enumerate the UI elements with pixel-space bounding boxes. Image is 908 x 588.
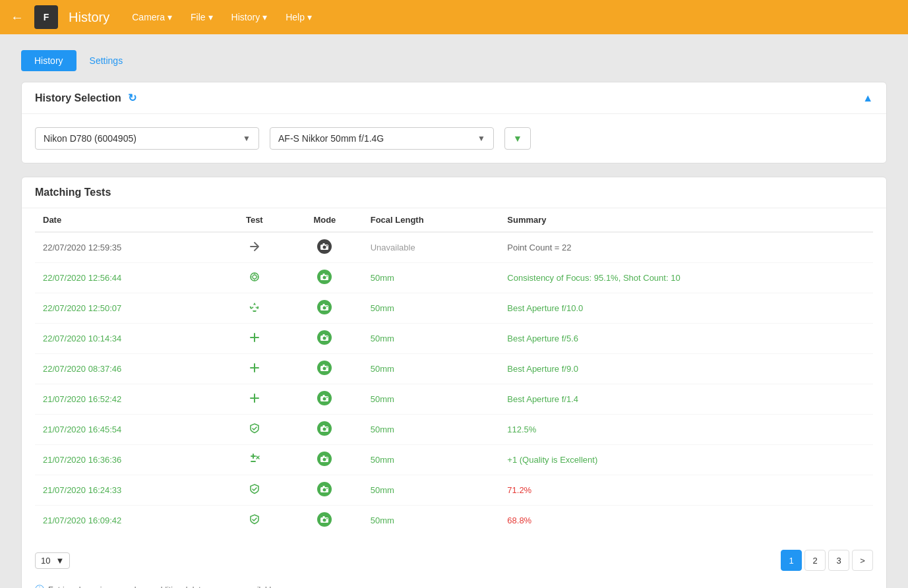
lens-dropdown[interactable]: AF-S Nikkor 50mm f/1.4G ▼ <box>270 127 494 150</box>
svg-rect-42 <box>323 425 325 427</box>
table-head: Date Test Mode Focal Length Summary <box>35 208 873 232</box>
extra-dropdown[interactable]: ▼ <box>504 127 531 150</box>
refresh-icon[interactable]: ↻ <box>128 92 136 104</box>
cell-mode <box>287 475 363 506</box>
svg-rect-43 <box>326 427 328 428</box>
cell-test <box>222 415 287 445</box>
svg-point-15 <box>323 307 326 310</box>
table-row[interactable]: 22/07/2020 12:59:35 Unavailable Point Co… <box>35 232 873 263</box>
cell-mode <box>287 384 363 415</box>
cell-test <box>222 354 287 384</box>
per-page-select[interactable]: 10 ▼ <box>35 552 70 569</box>
svg-point-36 <box>323 397 326 401</box>
table-row[interactable]: 22/07/2020 10:14:34 50mm Best Aperture f… <box>35 324 873 354</box>
page-next-button[interactable]: > <box>852 550 873 571</box>
table-row[interactable]: 21/07/2020 16:36:36 50mm +1 (Quality is … <box>35 445 873 475</box>
table-row[interactable]: 22/07/2020 08:37:46 50mm Best Aperture f… <box>35 354 873 384</box>
nav-file[interactable]: File ▾ <box>184 8 220 26</box>
cell-mode <box>287 263 363 293</box>
table-row[interactable]: 21/07/2020 16:52:42 50mm Best Aperture f… <box>35 384 873 415</box>
svg-rect-52 <box>323 456 325 457</box>
cell-date: 22/07/2020 12:56:44 <box>35 263 222 293</box>
cell-mode <box>287 506 363 536</box>
nav-help[interactable]: Help ▾ <box>279 8 318 26</box>
cell-mode <box>287 293 363 324</box>
cell-date: 22/07/2020 08:37:46 <box>35 354 222 384</box>
svg-rect-16 <box>323 304 325 306</box>
cell-summary: Point Count = 22 <box>499 232 873 263</box>
cell-date: 21/07/2020 16:24:33 <box>35 475 222 506</box>
cell-test <box>222 263 287 293</box>
svg-point-41 <box>323 428 326 431</box>
svg-rect-4 <box>323 243 325 245</box>
cell-focal: 50mm <box>363 475 500 506</box>
svg-rect-37 <box>323 395 325 397</box>
table-row[interactable]: 22/07/2020 12:56:44 50mm Consistency of … <box>35 263 873 293</box>
svg-point-51 <box>323 458 326 461</box>
footer-note: ⓘ Entries shown in green have additional… <box>22 579 886 588</box>
svg-rect-62 <box>323 516 325 518</box>
page-2-button[interactable]: 2 <box>804 550 826 571</box>
cell-date: 22/07/2020 10:14:34 <box>35 324 222 354</box>
page-1-button[interactable]: 1 <box>781 550 802 571</box>
nav-camera[interactable]: Camera ▾ <box>125 8 179 26</box>
camera-dropdown-arrow: ▼ <box>243 134 251 143</box>
svg-rect-5 <box>326 245 328 247</box>
matching-tests-header: Matching Tests <box>22 177 886 208</box>
dropdown-row: Nikon D780 (6004905) ▼ AF-S Nikkor 50mm … <box>35 127 873 150</box>
table-row[interactable]: 22/07/2020 12:50:07 50mm Best Aperture f… <box>35 293 873 324</box>
cell-test <box>222 293 287 324</box>
cell-mode <box>287 354 363 384</box>
cell-focal: 50mm <box>363 263 500 293</box>
matching-tests-card: Matching Tests Date Test Mode Focal Leng… <box>21 177 887 588</box>
cell-mode <box>287 232 363 263</box>
main-content: History Settings History Selection ↻ ▲ N… <box>0 34 908 588</box>
svg-rect-30 <box>323 365 325 367</box>
col-mode: Mode <box>287 208 363 232</box>
cell-focal: 50mm <box>363 384 500 415</box>
svg-point-7 <box>253 275 257 279</box>
tab-settings[interactable]: Settings <box>76 50 136 71</box>
cell-summary: Best Aperture f/10.0 <box>499 293 873 324</box>
cell-date: 21/07/2020 16:52:42 <box>35 384 222 415</box>
svg-point-3 <box>323 246 326 249</box>
history-selection-card: History Selection ↻ ▲ Nikon D780 (600490… <box>21 82 887 163</box>
cell-summary: Best Aperture f/5.6 <box>499 324 873 354</box>
cell-summary: Best Aperture f/9.0 <box>499 354 873 384</box>
pagination: 1 2 3 > <box>781 550 873 571</box>
cell-focal: 50mm <box>363 324 500 354</box>
svg-point-61 <box>323 519 326 522</box>
camera-dropdown[interactable]: Nikon D780 (6004905) ▼ <box>35 127 259 150</box>
svg-rect-63 <box>326 518 328 519</box>
table-row[interactable]: 21/07/2020 16:45:54 50mm 112.5% <box>35 415 873 445</box>
page-3-button[interactable]: 3 <box>828 550 849 571</box>
cell-focal: Unavailable <box>363 232 500 263</box>
table-footer: 10 ▼ 1 2 3 > <box>22 542 886 579</box>
svg-rect-23 <box>323 334 325 336</box>
table-body: 22/07/2020 12:59:35 Unavailable Point Co… <box>35 232 873 535</box>
cell-summary: Best Aperture f/1.4 <box>499 384 873 415</box>
svg-rect-38 <box>326 397 328 398</box>
table-row[interactable]: 21/07/2020 16:24:33 50mm 71.2% <box>35 475 873 506</box>
cell-test <box>222 475 287 506</box>
table-container: Date Test Mode Focal Length Summary 22/0… <box>22 208 886 542</box>
nav-history[interactable]: History ▾ <box>225 8 274 26</box>
matching-tests-title: Matching Tests <box>35 187 111 198</box>
cell-mode <box>287 445 363 475</box>
history-selection-title: History Selection ↻ <box>35 92 136 104</box>
cell-date: 22/07/2020 12:59:35 <box>35 232 222 263</box>
svg-rect-58 <box>326 488 328 489</box>
svg-rect-53 <box>326 457 328 459</box>
cell-test <box>222 506 287 536</box>
cell-summary: +1 (Quality is Excellent) <box>499 445 873 475</box>
navbar: ← F History Camera ▾ File ▾ History ▾ He… <box>0 0 908 34</box>
cell-summary: 71.2% <box>499 475 873 506</box>
lens-dropdown-arrow: ▼ <box>477 134 485 143</box>
svg-point-56 <box>323 488 326 492</box>
collapse-icon[interactable]: ▲ <box>863 92 873 104</box>
cell-mode <box>287 415 363 445</box>
tab-history[interactable]: History <box>21 50 76 71</box>
svg-point-10 <box>323 276 326 279</box>
table-row[interactable]: 21/07/2020 16:09:42 50mm 68.8% <box>35 506 873 536</box>
back-button[interactable]: ← <box>11 10 24 25</box>
